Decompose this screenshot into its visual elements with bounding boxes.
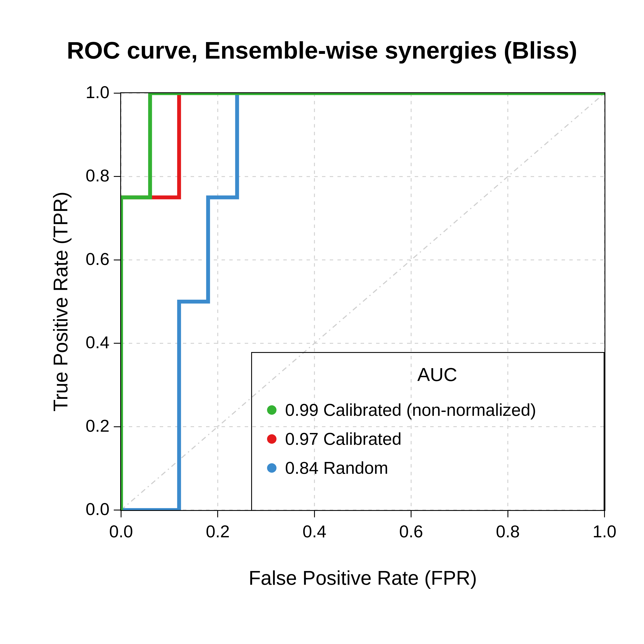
y-tick bbox=[114, 93, 120, 94]
legend-marker-icon bbox=[267, 463, 276, 473]
legend-title: AUC bbox=[417, 364, 457, 386]
x-tick-label: 0.0 bbox=[104, 522, 138, 541]
legend: AUC 0.99 Calibrated (non-normalized)0.97… bbox=[251, 352, 605, 511]
y-tick-label: 1.0 bbox=[86, 82, 109, 102]
x-tick-label: 0.6 bbox=[394, 522, 428, 541]
x-tick-label: 0.4 bbox=[297, 522, 332, 541]
y-tick bbox=[114, 343, 120, 344]
chart-title: ROC curve, Ensemble-wise synergies (Blis… bbox=[0, 36, 644, 64]
y-tick-label: 0.6 bbox=[86, 249, 109, 269]
y-tick-label: 0.8 bbox=[86, 166, 109, 185]
legend-label: 0.97 Calibrated bbox=[285, 429, 402, 449]
x-tick bbox=[217, 511, 218, 517]
x-tick bbox=[604, 511, 605, 517]
chart-canvas: ROC curve, Ensemble-wise synergies (Blis… bbox=[0, 0, 644, 644]
x-tick-label: 1.0 bbox=[587, 522, 622, 541]
x-tick bbox=[411, 511, 412, 517]
legend-entry: 0.97 Calibrated bbox=[267, 429, 402, 449]
y-tick bbox=[114, 510, 120, 510]
x-axis-label: False Positive Rate (FPR) bbox=[120, 567, 605, 589]
x-tick bbox=[507, 511, 508, 517]
legend-marker-icon bbox=[267, 405, 276, 415]
legend-marker-icon bbox=[267, 434, 276, 444]
x-tick-label: 0.8 bbox=[491, 522, 525, 541]
y-tick-label: 0.2 bbox=[86, 416, 109, 436]
x-tick-label: 0.2 bbox=[200, 522, 235, 541]
y-axis-label: True Positive Rate (TPR) bbox=[49, 92, 72, 511]
legend-label: 0.99 Calibrated (non-normalized) bbox=[285, 400, 536, 420]
y-tick bbox=[114, 260, 120, 260]
legend-label: 0.84 Random bbox=[285, 458, 388, 478]
legend-entry: 0.84 Random bbox=[267, 458, 388, 478]
y-tick bbox=[114, 176, 120, 177]
x-tick bbox=[314, 511, 315, 517]
y-tick-label: 0.4 bbox=[86, 333, 109, 352]
legend-entry: 0.99 Calibrated (non-normalized) bbox=[267, 400, 536, 420]
x-tick bbox=[121, 511, 122, 517]
y-tick bbox=[114, 426, 120, 427]
y-tick-label: 0.0 bbox=[86, 499, 109, 519]
